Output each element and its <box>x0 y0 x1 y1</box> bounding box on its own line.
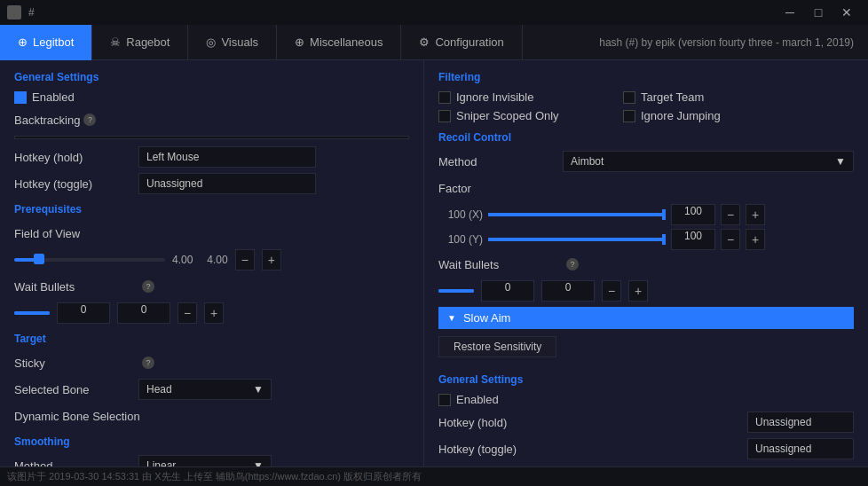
misc-icon: ⊕ <box>295 35 304 49</box>
right-hotkey-hold-dropdown[interactable]: Unassigned <box>747 412 854 433</box>
tab-legitbot[interactable]: ⊕ Legitbot <box>0 25 92 60</box>
right-hotkey-toggle-dropdown[interactable]: Unassigned <box>747 438 854 459</box>
ignore-jumping-label: Ignore Jumping <box>641 109 721 122</box>
selected-bone-label: Selected Bone <box>14 383 138 396</box>
sniper-scoped-label: Sniper Scoped Only <box>456 109 559 122</box>
recoil-method-row: Method Aimbot ▼ <box>438 151 854 172</box>
titlebar: # ─ □ ✕ <box>0 0 868 25</box>
sniper-scoped-checkbox[interactable] <box>438 110 451 122</box>
hotkey-toggle-row: Hotkey (toggle) Unassigned <box>14 173 409 194</box>
fov-val1: 4.00 <box>172 254 193 266</box>
recoil-method-dropdown[interactable]: Aimbot ▼ <box>563 151 854 172</box>
hotkey-toggle-label: Hotkey (toggle) <box>14 177 138 191</box>
target-team-item: Target Team <box>623 90 801 104</box>
factor-y-increment[interactable]: + <box>746 229 765 250</box>
wait-bullets-val2[interactable]: 0 <box>117 302 170 324</box>
wait-bullets-decrement[interactable]: − <box>178 302 197 324</box>
legitbot-icon: ⊕ <box>18 35 28 49</box>
wait-bullets-increment[interactable]: + <box>204 302 224 324</box>
recoil-wait-bullets-slider[interactable] <box>438 289 474 293</box>
ignore-invisible-checkbox[interactable] <box>438 91 451 104</box>
recoil-wait-bullets-help-icon[interactable]: ? <box>566 258 579 270</box>
enabled-checkbox[interactable] <box>14 91 27 104</box>
wait-bullets-label: Wait Bullets <box>14 280 138 294</box>
factor-x-value[interactable]: 100 <box>671 204 715 225</box>
enabled-label: Enabled <box>32 90 75 104</box>
slow-aim-header[interactable]: ▼ Slow Aim <box>438 307 854 329</box>
right-hotkey-hold-value: Unassigned <box>755 416 811 428</box>
recoil-wait-bullets-increment[interactable]: + <box>628 280 648 302</box>
left-panel: General Settings Enabled Backtracking ? … <box>0 60 424 466</box>
factor-x-increment[interactable]: + <box>746 204 765 225</box>
factor-x-label: 100 (X) <box>438 208 483 221</box>
recoil-wait-bullets-decrement[interactable]: − <box>602 280 621 302</box>
target-team-label: Target Team <box>641 90 704 104</box>
smoothing-method-row: Method Linear ▼ <box>14 455 409 466</box>
backtracking-help-icon[interactable]: ? <box>83 114 96 126</box>
wait-bullets-slider[interactable] <box>14 311 50 315</box>
fov-increment[interactable]: + <box>262 249 281 270</box>
factor-x-slider[interactable] <box>488 213 666 216</box>
restore-sensitivity-btn[interactable]: Restore Sensitivity <box>438 336 556 357</box>
ignore-jumping-item: Ignore Jumping <box>623 109 801 122</box>
wait-bullets-help-icon[interactable]: ? <box>142 280 154 293</box>
wait-bullets-val1[interactable]: 0 <box>57 302 110 324</box>
smoothing-dropdown-arrow-icon: ▼ <box>253 459 264 466</box>
sniper-scoped-item: Sniper Scoped Only <box>438 109 616 122</box>
right-hotkey-toggle-value: Unassigned <box>755 443 811 455</box>
factor-y-slider[interactable] <box>488 238 666 241</box>
fov-slider[interactable] <box>14 258 165 262</box>
factor-y-decrement[interactable]: − <box>721 229 740 250</box>
tab-misc-label: Miscellaneous <box>310 35 383 49</box>
backtracking-label: Backtracking <box>14 114 80 127</box>
slow-aim-arrow-icon: ▼ <box>447 313 456 323</box>
tab-ragebot[interactable]: ☠ Ragebot <box>92 25 188 60</box>
recoil-wait-bullets-val2[interactable]: 0 <box>541 280 595 302</box>
close-button[interactable]: ✕ <box>832 0 861 25</box>
smoothing-method-dropdown[interactable]: Linear ▼ <box>138 455 272 466</box>
app-icon <box>7 5 21 20</box>
main-content: General Settings Enabled Backtracking ? … <box>0 60 868 466</box>
tab-ragebot-label: Ragebot <box>126 35 170 49</box>
fov-slider-row: 4.00 4.00 − + <box>14 249 409 270</box>
minimize-button[interactable]: ─ <box>776 0 804 25</box>
navbar: ⊕ Legitbot ☠ Ragebot ◎ Visuals ⊕ Miscell… <box>0 25 868 60</box>
target-team-checkbox[interactable] <box>623 91 635 104</box>
visuals-icon: ◎ <box>206 35 216 49</box>
backtracking-row: Backtracking ? <box>14 109 409 130</box>
fov-label: Field of View <box>14 227 138 240</box>
tab-miscellaneous[interactable]: ⊕ Miscellaneous <box>277 25 401 60</box>
fov-row: Field of View <box>14 223 409 244</box>
recoil-wait-bullets-val1[interactable]: 0 <box>481 280 534 302</box>
right-enabled-row: Enabled <box>438 393 854 406</box>
factor-x-decrement[interactable]: − <box>721 204 740 225</box>
hotkey-hold-dropdown[interactable]: Left Mouse <box>138 146 316 168</box>
recoil-dropdown-arrow-icon: ▼ <box>835 155 846 168</box>
wait-bullets-slider-row: 0 0 − + <box>14 302 409 324</box>
backtracking-slider[interactable] <box>14 136 409 139</box>
right-hotkey-toggle-label: Hotkey (toggle) <box>438 443 563 456</box>
recoil-wait-bullets-row: Wait Bullets ? <box>438 254 854 275</box>
recoil-factor-label-row: Factor <box>438 177 854 199</box>
fov-decrement[interactable]: − <box>235 249 255 270</box>
right-enabled-label: Enabled <box>456 393 499 406</box>
statusbar-text: 该图片于 2019-03-30 14:53:31 由 X先生 上传至 辅助鸟(h… <box>7 470 422 483</box>
tab-visuals[interactable]: ◎ Visuals <box>188 25 277 60</box>
factor-y-value[interactable]: 100 <box>671 229 715 250</box>
right-enabled-checkbox[interactable] <box>438 394 451 406</box>
dropdown-arrow-icon: ▼ <box>253 383 264 396</box>
hash-info: hash (#) by epik (version fourty three -… <box>599 36 868 49</box>
maximize-button[interactable]: □ <box>804 0 832 25</box>
ignore-jumping-checkbox[interactable] <box>623 110 635 122</box>
hotkey-hold-label: Hotkey (hold) <box>14 151 138 164</box>
right-hotkey-hold-row: Hotkey (hold) Unassigned <box>438 412 854 433</box>
selected-bone-dropdown[interactable]: Head ▼ <box>138 379 272 400</box>
selected-bone-value: Head <box>146 383 172 396</box>
factor-y-row: 100 (Y) 100 − + <box>438 229 854 250</box>
tab-configuration[interactable]: ⚙ Configuration <box>401 25 522 60</box>
right-hotkey-hold-label: Hotkey (hold) <box>438 416 563 429</box>
tab-visuals-label: Visuals <box>221 35 258 49</box>
sticky-help-icon[interactable]: ? <box>142 357 154 369</box>
hotkey-hold-value: Left Mouse <box>146 151 199 163</box>
hotkey-toggle-dropdown[interactable]: Unassigned <box>138 173 316 194</box>
